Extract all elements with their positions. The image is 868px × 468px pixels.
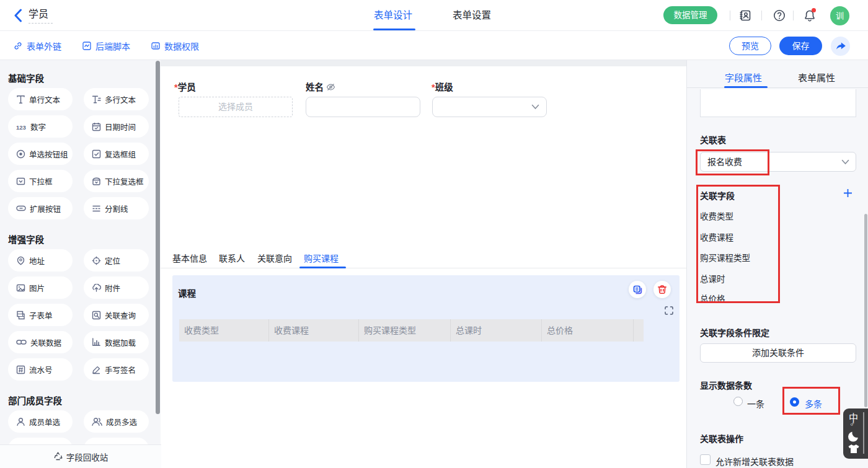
svg-text:123: 123 bbox=[16, 123, 26, 130]
